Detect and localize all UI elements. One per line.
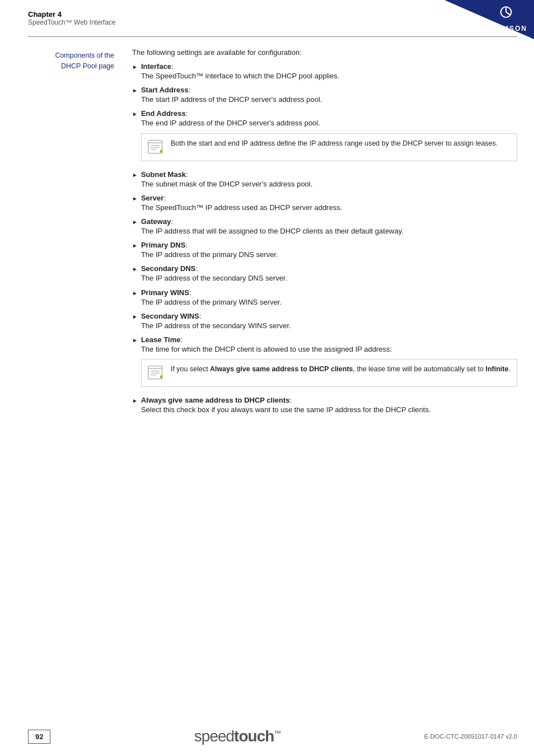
item-colon: : bbox=[195, 264, 198, 273]
item-desc: The IP address of the secondary WINS ser… bbox=[141, 321, 517, 331]
item-colon: : bbox=[185, 241, 188, 249]
item-body: Secondary DNS: The IP address of the sec… bbox=[141, 264, 517, 283]
list-item: ► Secondary WINS: The IP address of the … bbox=[132, 312, 517, 331]
item-body: Gateway: The IP address that will be ass… bbox=[141, 217, 517, 236]
list-item: ► Primary DNS: The IP address of the pri… bbox=[132, 241, 517, 260]
item-body: End Address: The end IP address of the D… bbox=[141, 109, 517, 165]
sidebar-label-line1: Components of the bbox=[28, 50, 114, 61]
item-body: Subnet Mask: The subnet mask of the DHCP… bbox=[141, 170, 517, 189]
bullet-icon: ► bbox=[132, 266, 138, 272]
item-desc: The SpeedTouch™ IP address used as DHCP … bbox=[141, 203, 517, 213]
list-item: ► Start Address: The start IP address of… bbox=[132, 86, 517, 105]
list-item: ► Lease Time: The time for which the DHC… bbox=[132, 335, 517, 391]
thomson-brand-text: THOMSON bbox=[485, 25, 527, 32]
item-label: Secondary WINS bbox=[141, 312, 199, 320]
item-body: Primary WINS: The IP address of the prim… bbox=[141, 288, 517, 307]
item-desc: The IP address that will be assigned to … bbox=[141, 226, 517, 236]
bullet-icon: ► bbox=[132, 172, 138, 178]
item-colon: : bbox=[171, 62, 174, 71]
item-body: Always give same address to DHCP clients… bbox=[141, 396, 517, 415]
item-label: Subnet Mask bbox=[141, 170, 186, 179]
item-label: Start Address bbox=[141, 86, 189, 94]
bullet-icon: ► bbox=[132, 314, 138, 320]
item-body: Primary DNS: The IP address of the prima… bbox=[141, 241, 517, 260]
bullet-icon: ► bbox=[132, 290, 138, 296]
list-item: ► Subnet Mask: The subnet mask of the DH… bbox=[132, 170, 517, 189]
item-label: Lease Time bbox=[141, 335, 181, 344]
chapter-subtitle: SpeedTouch™ Web Interface bbox=[28, 18, 116, 26]
item-desc: The end IP address of the DHCP server's … bbox=[141, 118, 517, 128]
item-desc: The IP address of the secondary DNS serv… bbox=[141, 273, 517, 283]
sidebar-section-label: Components of the DHCP Pool page bbox=[28, 48, 123, 419]
bullet-icon: ► bbox=[132, 111, 138, 117]
item-label: Gateway bbox=[141, 217, 171, 226]
list-item: ► End Address: The end IP address of the… bbox=[132, 109, 517, 165]
doc-reference: E-DOC-CTC-20051017-0147 v2.0 bbox=[424, 733, 517, 740]
item-desc: The SpeedTouch™ interface to which the D… bbox=[141, 71, 517, 81]
item-colon: : bbox=[186, 109, 188, 118]
intro-text: The following settings are available for… bbox=[132, 48, 517, 57]
bullet-icon: ► bbox=[132, 64, 138, 70]
item-body: Start Address: The start IP address of t… bbox=[141, 86, 517, 105]
bullet-icon: ► bbox=[132, 219, 138, 225]
bullet-icon: ► bbox=[132, 242, 138, 249]
item-colon: : bbox=[171, 217, 173, 226]
item-colon: : bbox=[186, 170, 188, 179]
item-desc: The subnet mask of the DHCP server's add… bbox=[141, 179, 517, 189]
list-item: ► Primary WINS: The IP address of the pr… bbox=[132, 288, 517, 307]
item-label: Always give same address to DHCP clients bbox=[141, 396, 290, 404]
item-label: Interface bbox=[141, 62, 171, 71]
content-area: The following settings are available for… bbox=[123, 48, 517, 419]
bullet-icon: ► bbox=[132, 87, 138, 94]
page-header: Chapter 4 SpeedTouch™ Web Interface bbox=[0, 0, 534, 32]
item-desc: Select this check box if you always want… bbox=[141, 405, 517, 415]
page-number: 92 bbox=[28, 730, 50, 744]
list-item: ► Interface: The SpeedTouch™ interface t… bbox=[132, 62, 517, 81]
note-text-lease: If you select Always give same address t… bbox=[171, 364, 510, 374]
item-body: Server: The SpeedTouch™ IP address used … bbox=[141, 194, 517, 213]
item-label: Server bbox=[141, 194, 163, 202]
list-item: ► Server: The SpeedTouch™ IP address use… bbox=[132, 194, 517, 213]
item-body: Interface: The SpeedTouch™ interface to … bbox=[141, 62, 517, 81]
note-box: Both the start and end IP address define… bbox=[141, 133, 517, 161]
item-desc: The IP address of the primary WINS serve… bbox=[141, 297, 517, 307]
list-item: ► Secondary DNS: The IP address of the s… bbox=[132, 264, 517, 283]
note-box: If you select Always give same address t… bbox=[141, 359, 517, 387]
item-label: End Address bbox=[141, 109, 186, 118]
item-desc: The start IP address of the DHCP server'… bbox=[141, 95, 517, 105]
note-icon bbox=[147, 364, 165, 382]
item-colon: : bbox=[163, 194, 166, 202]
bullet-icon: ► bbox=[132, 398, 138, 404]
bullet-icon: ► bbox=[132, 195, 138, 202]
svg-line-2 bbox=[506, 12, 510, 15]
bullet-icon: ► bbox=[132, 337, 138, 343]
item-desc: The time for which the DHCP client is al… bbox=[141, 344, 517, 354]
item-colon: : bbox=[189, 86, 191, 94]
thomson-logo-icon bbox=[496, 4, 516, 24]
chapter-title: Chapter 4 bbox=[28, 10, 116, 18]
header-left: Chapter 4 SpeedTouch™ Web Interface bbox=[28, 10, 116, 26]
header-logo-area: THOMSON bbox=[485, 4, 527, 32]
item-colon: : bbox=[290, 396, 292, 404]
item-colon: : bbox=[199, 312, 202, 320]
item-desc: The IP address of the primary DNS server… bbox=[141, 250, 517, 260]
sidebar-label-line2: DHCP Pool page bbox=[28, 61, 114, 72]
note-icon bbox=[147, 138, 165, 156]
item-body: Lease Time: The time for which the DHCP … bbox=[141, 335, 517, 391]
settings-list: ► Interface: The SpeedTouch™ interface t… bbox=[132, 62, 517, 415]
item-label: Secondary DNS bbox=[141, 264, 196, 273]
speedtouch-logo-text: speedtouch™ bbox=[194, 727, 281, 745]
item-label: Primary WINS bbox=[141, 288, 189, 297]
item-colon: : bbox=[189, 288, 191, 297]
page-footer: 92 speedtouch™ E-DOC-CTC-20051017-0147 v… bbox=[0, 717, 534, 756]
list-item: ► Always give same address to DHCP clien… bbox=[132, 396, 517, 415]
list-item: ► Gateway: The IP address that will be a… bbox=[132, 217, 517, 236]
item-body: Secondary WINS: The IP address of the se… bbox=[141, 312, 517, 331]
footer-logo: speedtouch™ bbox=[194, 727, 281, 745]
note-text: Both the start and end IP address define… bbox=[171, 138, 498, 148]
item-label: Primary DNS bbox=[141, 241, 185, 249]
item-colon: : bbox=[181, 335, 183, 344]
main-content: Components of the DHCP Pool page The fol… bbox=[0, 37, 534, 431]
